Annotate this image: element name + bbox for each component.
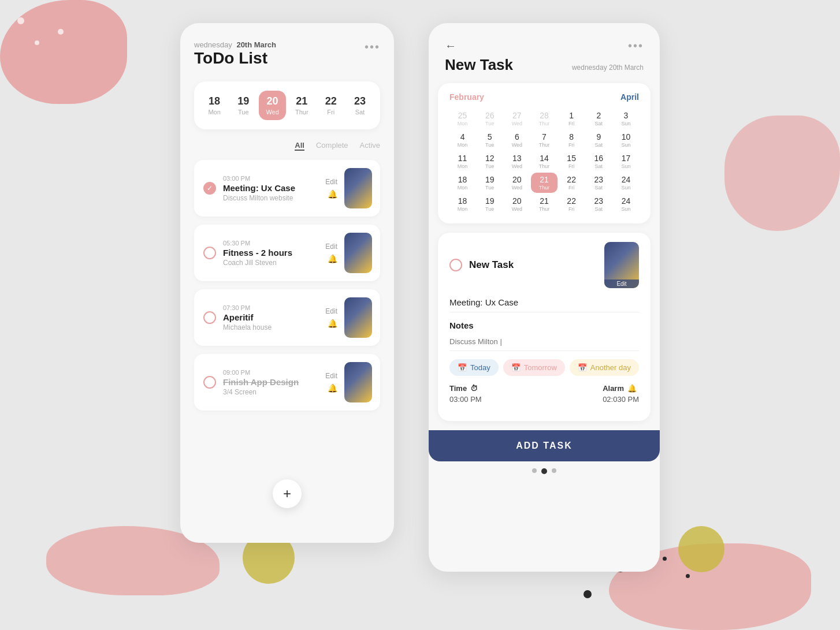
date-strip-item[interactable]: 20Wed [259,91,285,120]
calendar-cell[interactable]: 10Sun [613,130,639,150]
newtask-screen: ← ••• New Task wednesday 20th March Febr… [429,23,660,572]
task-thumb-image [344,168,372,208]
date-btn-today[interactable]: 📅Today [449,359,499,376]
cal-cell-day: Tue [485,185,494,191]
calendar-cell[interactable]: 22Fri [559,194,585,214]
bottom-indicators [429,468,660,474]
back-button[interactable]: ← [445,39,456,53]
calendar-cell[interactable]: 4Mon [449,130,475,150]
cal-cell-day: Wed [512,185,522,191]
alarm-group: Alarm 🔔 02:030 PM [603,384,639,404]
form-thumb-edit-label[interactable]: Edit [604,279,639,288]
form-check-circle[interactable] [449,259,462,271]
task-right: Edit 🔔 [325,372,337,393]
calendar-cell[interactable]: 11Mon [449,151,475,172]
cal-cell-day: Mon [458,142,468,148]
calendar-cell[interactable]: 19Tue [477,194,503,214]
filter-tabs: AllCompleteActive [194,141,380,151]
cal-cell-day: Sun [621,185,630,191]
date-strip-item[interactable]: 19Tue [230,91,257,120]
task-check[interactable] [203,182,216,195]
alarm-value[interactable]: 02:030 PM [603,395,639,404]
notes-input[interactable] [449,335,639,351]
cal-cell-day: Sun [621,163,630,169]
dots-menu-right[interactable]: ••• [628,39,644,53]
calendar-cell[interactable]: 16Sat [586,151,612,172]
date-strip-item[interactable]: 18Mon [201,91,228,120]
task-check[interactable] [203,311,216,324]
cal-cell-num: 27 [512,111,522,120]
date-num: 20 [267,95,278,107]
task-time: 09:00 PM [223,369,318,376]
calendar-cell[interactable]: 9Sat [586,130,612,150]
calendar-cell[interactable]: 28Thur [531,109,557,129]
calendar-cell[interactable]: 8Fri [559,130,585,150]
calendar-cell[interactable]: 18Mon [449,194,475,214]
task-edit-btn[interactable]: Edit [325,243,337,251]
calendar-cell[interactable]: 24Sun [613,173,639,193]
calendar-cell[interactable]: 17Sun [613,151,639,172]
calendar-cell[interactable]: 20Wed [504,194,530,214]
filter-tab[interactable]: Active [360,141,380,151]
form-header: New Task Edit [449,242,639,288]
cal-cell-day: Sun [621,121,630,126]
date-detail: 20th March [236,40,276,49]
date-btn-tomorrow[interactable]: 📅Tomorrow [503,359,565,376]
calendar-cell[interactable]: 14Thur [531,151,557,172]
date-num: 22 [325,95,337,107]
add-task-button[interactable]: ADD TASK [429,430,660,461]
task-right: Edit 🔔 [325,307,337,328]
task-bell-icon: 🔔 [328,189,337,199]
calendar-cell[interactable]: 25Mon [449,109,475,129]
filter-tab[interactable]: Complete [316,141,348,151]
dots-menu-left[interactable]: ••• [365,40,380,54]
calendar-cell[interactable]: 27Wed [504,109,530,129]
task-check[interactable] [203,247,216,259]
calendar-cell[interactable]: 21Thur [531,194,557,214]
cal-cell-num: 26 [485,111,495,120]
bg-dot-1 [17,17,24,24]
date-day: Sat [355,109,365,115]
cal-cell-day: Wed [512,142,522,148]
task-edit-btn[interactable]: Edit [325,307,337,315]
calendar-cell[interactable]: 21Thur [531,173,557,193]
cal-cell-num: 5 [488,132,492,141]
task-thumbnail [344,297,372,338]
task-check[interactable] [203,376,216,389]
calendar-cell[interactable]: 23Sat [586,194,612,214]
cal-cell-num: 21 [540,196,549,206]
calendar-cell[interactable]: 22Fri [559,173,585,193]
calendar-cell[interactable]: 26Tue [477,109,503,129]
task-card: 05:30 PM Fitness - 2 hours Coach Jill St… [194,225,380,281]
calendar-cell[interactable]: 7Thur [531,130,557,150]
task-edit-btn[interactable]: Edit [325,372,337,380]
date-strip-item[interactable]: 22Fri [318,91,344,120]
filter-tab[interactable]: All [295,141,304,151]
form-thumbnail: Edit [604,242,639,288]
date-strip-item[interactable]: 21Thur [288,91,315,120]
calendar-cell[interactable]: 18Mon [449,173,475,193]
time-value[interactable]: 03:00 PM [449,395,482,404]
calendar-cell[interactable]: 1Fri [559,109,585,129]
calendar-cell[interactable]: 2Sat [586,109,612,129]
calendar-cell[interactable]: 20Wed [504,173,530,193]
calendar-cell[interactable]: 3Sun [613,109,639,129]
calendar-cell[interactable]: 13Wed [504,151,530,172]
calendar-cell[interactable]: 15Fri [559,151,585,172]
calendar-cell[interactable]: 19Tue [477,173,503,193]
date-btn-another[interactable]: 📅Another day [570,359,639,376]
calendar-cell[interactable]: 23Sat [586,173,612,193]
cal-cell-num: 15 [567,154,576,163]
add-task-float-button[interactable]: + [273,479,302,508]
calendar-cell[interactable]: 24Sun [613,194,639,214]
date-num: 21 [296,95,307,107]
calendar-cell[interactable]: 5Tue [477,130,503,150]
task-edit-btn[interactable]: Edit [325,178,337,186]
time-alarm-row: Time ⏱ 03:00 PM Alarm 🔔 02:030 PM [449,384,639,404]
bg-decoration-top-left [0,0,127,104]
calendar-cell[interactable]: 12Tue [477,151,503,172]
newtask-form: New Task Edit Notes 📅Today📅Tomorrow📅Anot… [438,233,651,421]
task-name-input[interactable] [449,295,639,312]
calendar-cell[interactable]: 6Wed [504,130,530,150]
date-strip-item[interactable]: 23Sat [347,91,373,120]
